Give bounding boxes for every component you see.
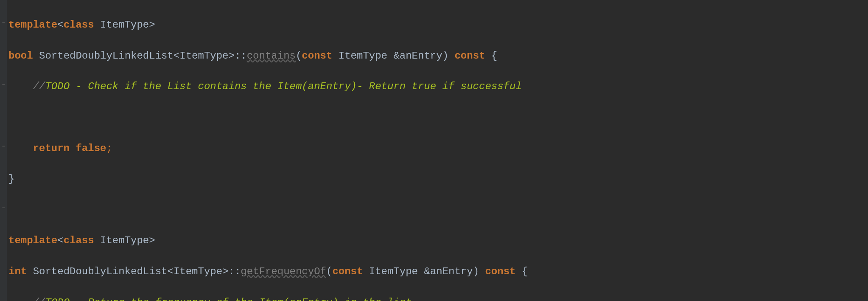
code-line[interactable]: template<class ItemType> [8,233,528,248]
space [485,50,491,62]
space [332,50,338,62]
code-line[interactable]: return false; [8,141,528,156]
type-name: ItemType [369,266,418,277]
indent [8,297,33,301]
brace: { [522,266,528,277]
code-line[interactable] [8,110,528,125]
punct: > [229,50,235,62]
space [94,19,100,31]
space [479,266,485,277]
keyword-template: template [8,235,57,246]
brace: } [8,173,14,185]
code-line[interactable]: //TODO - Check if the List contains the … [8,79,528,94]
space [33,50,39,62]
indent [8,143,33,154]
code-line[interactable]: //TODO - Return the frequency of the Ite… [8,295,528,301]
punct: < [174,50,179,62]
comment-slashes: // [33,297,45,301]
space [448,50,454,62]
scope-op: :: [235,50,247,62]
fold-toggle-icon[interactable]: − [1,82,6,87]
param-name: anEntry [430,266,473,277]
fold-toggle-icon[interactable]: − [1,20,6,25]
code-editor[interactable]: − − − − template<class ItemType> bool So… [0,0,868,301]
brace: { [491,50,497,62]
code-line[interactable] [8,203,528,218]
punct: ) [473,266,479,277]
code-line[interactable]: template<class ItemType> [8,17,528,33]
type-name: ItemType [339,50,387,62]
indent [8,81,33,92]
space [363,266,369,277]
keyword-const: const [302,50,332,62]
keyword-class: class [64,235,94,246]
punct: ) [442,50,448,62]
punct: > [149,19,155,31]
param-name: anEntry [400,50,442,62]
amp: & [393,50,399,62]
punct: > [149,235,155,246]
punct: < [57,19,63,31]
punct: < [57,235,63,246]
semicolon: ; [106,143,112,154]
space [94,235,100,246]
type-name: ItemType [179,50,228,62]
keyword-template: template [8,19,57,31]
punct: > [222,266,228,277]
todo-comment: TODO - Check if the List contains the It… [45,81,521,92]
code-line[interactable]: int SortedDoublyLinkedList<ItemType>::ge… [8,264,528,279]
punct: ( [326,266,332,277]
keyword-false: false [76,143,106,154]
keyword-return: return [33,143,70,154]
keyword-const: const [485,266,515,277]
code-area[interactable]: template<class ItemType> bool SortedDoub… [8,2,528,301]
code-line[interactable]: bool SortedDoublyLinkedList<ItemType>::c… [8,48,528,64]
space [70,143,76,154]
function-name: getFrequencyOf [241,266,326,277]
type-name: ItemType [174,266,222,277]
keyword-const: const [454,50,485,62]
fold-toggle-icon[interactable]: − [1,205,6,211]
keyword-bool: bool [8,50,33,62]
keyword-const: const [332,266,363,277]
space [27,266,33,277]
class-name: SortedDoublyLinkedList [39,50,174,62]
punct: < [167,266,173,277]
code-line[interactable]: } [8,172,528,187]
fold-toggle-icon[interactable]: − [1,144,6,149]
class-name: SortedDoublyLinkedList [33,266,168,277]
function-name: contains [247,50,296,62]
scope-op: :: [229,266,241,277]
keyword-class: class [64,19,94,31]
type-name: ItemType [100,19,149,31]
keyword-int: int [8,266,27,277]
todo-comment: TODO - Return the frequency of the Item(… [45,297,412,301]
comment-slashes: // [33,81,45,92]
gutter: − − − − [0,0,7,301]
space [515,266,521,277]
space [387,50,393,62]
amp: & [424,266,430,277]
type-name: ItemType [100,235,149,246]
space [418,266,424,277]
punct: ( [296,50,302,62]
